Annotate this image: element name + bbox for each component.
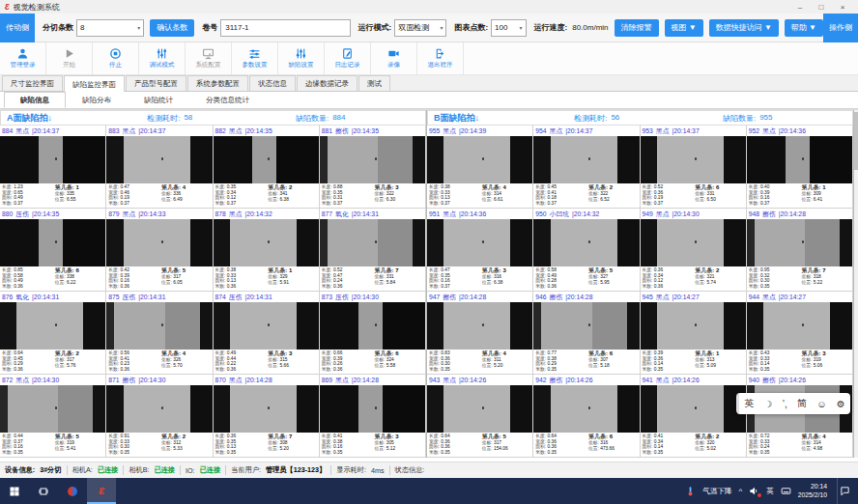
params-button[interactable]: 参数设置: [232, 42, 278, 74]
defect-image[interactable]: [427, 136, 532, 183]
task-view-icon[interactable]: [29, 478, 58, 504]
tab-4[interactable]: 状态信息: [249, 75, 296, 91]
defect-image[interactable]: [533, 136, 639, 183]
tray-expand-chevron[interactable]: ^: [738, 487, 742, 495]
defect-cell[interactable]: 876 氧化 |20:14:31 长度: 0.64 宽度: 0.45 面积: 0…: [0, 292, 106, 375]
defect-cell[interactable]: 884 黑点 |20:14:37 长度: 1.23 宽度: 0.65 面积: 0…: [0, 126, 106, 209]
scrollbar-thumb[interactable]: [854, 112, 858, 170]
defect-image[interactable]: [106, 219, 212, 266]
defect-image[interactable]: [320, 219, 425, 266]
defect-cell[interactable]: 882 黑点 |20:14:35 长度: 0.35 宽度: 0.34 面积: 0…: [214, 126, 320, 209]
start-button[interactable]: 开始: [46, 42, 93, 74]
speaker-icon[interactable]: [749, 486, 759, 496]
defect-cell[interactable]: 952 黑点 |20:14:36 长度: 0.40 宽度: 0.39 面积: 0…: [747, 126, 853, 209]
slit-count-select[interactable]: 8 ▾: [76, 19, 144, 37]
pinned-app-icon[interactable]: [58, 478, 87, 504]
debug-button[interactable]: 调试模式: [139, 42, 186, 74]
defect-image[interactable]: [641, 219, 746, 266]
defect-cell[interactable]: 873 压伤 |20:14:30 长度: 0.66 宽度: 0.39 面积: 0…: [320, 292, 426, 375]
defect-cell[interactable]: 955 黑点 |20:14:39 长度: 0.38 宽度: 0.33 面积: 0…: [427, 126, 533, 209]
defect-cell[interactable]: 874 压伤 |20:14:31 长度: 0.49 宽度: 0.44 面积: 0…: [214, 292, 320, 375]
defect-image[interactable]: [641, 302, 746, 350]
chart-points-select[interactable]: 100 ▾: [491, 19, 526, 37]
defect-cell[interactable]: 881 擦伤 |20:14:35 长度: 0.88 宽度: 0.35 面积: 0…: [320, 126, 426, 209]
detection-app-taskbar-icon[interactable]: ε: [87, 478, 116, 504]
defect-cell[interactable]: 943 黑点 |20:14:26 长度: 0.64 宽度: 0.36 面积: 0…: [427, 375, 533, 458]
defect-cell[interactable]: 869 黑点 |20:14:28 长度: 0.41 宽度: 0.38 面积: 0…: [320, 375, 426, 458]
weather-text[interactable]: 气温下降: [702, 487, 731, 496]
defect-cell[interactable]: 954 黑点 |20:14:37 长度: 0.45 宽度: 0.41 面积: 0…: [533, 126, 640, 209]
run-mode-select[interactable]: 双面检测 ▾: [394, 19, 446, 37]
ime-item-4[interactable]: ☺: [816, 399, 826, 409]
defect-cell[interactable]: 870 黑点 |20:14:28 长度: 0.36 宽度: 0.35 面积: 0…: [214, 375, 320, 458]
ime-toolbar[interactable]: 英☽’,简☺⚙: [736, 393, 850, 414]
ime-item-1[interactable]: ☽: [763, 399, 772, 409]
defect-cell[interactable]: 878 黑点 |20:14:32 长度: 0.38 宽度: 0.33 面积: 0…: [214, 209, 320, 292]
panel-b-title[interactable]: B面缺陷拍↓: [434, 112, 574, 125]
defect-image[interactable]: [0, 219, 105, 266]
ime-item-5[interactable]: ⚙: [837, 399, 845, 409]
defect-cell[interactable]: 879 黑点 |20:14:33 长度: 0.42 宽度: 0.39 面积: 0…: [106, 209, 213, 292]
defect-cell[interactable]: 941 黑点 |20:14:26 长度: 0.41 宽度: 0.34 面积: 0…: [641, 375, 747, 458]
maximize-button[interactable]: □: [811, 3, 832, 12]
defect-image[interactable]: [0, 302, 105, 350]
defect-image[interactable]: [0, 136, 105, 183]
defect-cell[interactable]: 871 擦伤 |20:14:30 长度: 0.91 宽度: 0.33 面积: 0…: [106, 375, 213, 458]
defect-image[interactable]: [427, 219, 532, 266]
defect-image[interactable]: [641, 136, 746, 183]
defect-image[interactable]: [106, 136, 212, 183]
exit-button[interactable]: 退出程序: [417, 42, 464, 74]
defect-image[interactable]: [747, 219, 852, 266]
defect-image[interactable]: [320, 385, 425, 433]
drive-side-button[interactable]: 传动侧: [0, 14, 35, 42]
defect-image[interactable]: [0, 385, 105, 433]
defect-cell[interactable]: 945 黑点 |20:14:27 长度: 0.39 宽度: 0.36 面积: 0…: [641, 292, 747, 375]
defect-image[interactable]: [214, 219, 319, 266]
defect-cell[interactable]: 940 擦伤 |20:14:26 长度: 0.72 宽度: 0.33 面积: 0…: [747, 375, 853, 458]
defect-image[interactable]: [533, 302, 639, 350]
defect-button[interactable]: 缺陷设置: [278, 42, 325, 74]
system-button[interactable]: 系统配置: [186, 42, 232, 74]
panel-a-title[interactable]: A面缺陷拍↓: [7, 112, 147, 125]
defect-image[interactable]: [533, 385, 639, 433]
defect-cell[interactable]: 950 小凹坑 |20:14:32 长度: 0.58 宽度: 0.49 面积: …: [533, 209, 640, 292]
defect-image[interactable]: [214, 385, 319, 433]
subtab-3[interactable]: 分类信息统计: [189, 92, 266, 108]
clear-alarm-button[interactable]: 清除报警: [615, 19, 659, 37]
login-button[interactable]: 管理登录: [0, 42, 46, 74]
tab-2[interactable]: 产品型号配置: [126, 75, 186, 91]
defect-cell[interactable]: 880 压伤 |20:14:35 长度: 0.85 宽度: 0.58 面积: 0…: [0, 209, 106, 292]
tab-1[interactable]: 缺陷监控界面: [64, 75, 125, 92]
defect-cell[interactable]: 948 擦伤 |20:14:28 长度: 0.95 宽度: 0.32 面积: 0…: [747, 209, 853, 292]
defect-cell[interactable]: 947 擦伤 |20:14:28 长度: 0.83 宽度: 0.36 面积: 0…: [427, 292, 533, 375]
action-center-icon[interactable]: [837, 478, 852, 504]
tab-3[interactable]: 系统参数配置: [187, 75, 248, 91]
defect-image[interactable]: [214, 302, 319, 350]
defect-image[interactable]: [747, 302, 852, 350]
defect-image[interactable]: [106, 302, 212, 350]
defect-image[interactable]: [533, 219, 639, 266]
record-button[interactable]: 录像: [371, 42, 417, 74]
defect-image[interactable]: [214, 136, 319, 183]
defect-cell[interactable]: 942 擦伤 |20:14:26 长度: 0.64 宽度: 0.36 面积: 0…: [533, 375, 640, 458]
defect-cell[interactable]: 953 黑点 |20:14:37 长度: 0.52 宽度: 0.36 面积: 0…: [641, 126, 747, 209]
ime-item-0[interactable]: 英: [744, 397, 754, 410]
start-button[interactable]: [0, 478, 29, 504]
defect-cell[interactable]: 949 黑点 |20:14:30 长度: 0.36 宽度: 0.34 面积: 0…: [641, 209, 747, 292]
subtab-0[interactable]: 缺陷信息: [4, 92, 66, 108]
defect-image[interactable]: [427, 385, 532, 433]
help-menu-button[interactable]: 帮助 ▼: [785, 19, 823, 37]
tab-6[interactable]: 测试: [358, 75, 390, 91]
confirm-count-button[interactable]: 确认条数: [150, 19, 194, 37]
tab-5[interactable]: 边缘数据记录: [297, 75, 358, 91]
subtab-2[interactable]: 缺陷统计: [128, 92, 189, 108]
defect-cell[interactable]: 872 黑点 |20:14:30 长度: 0.44 宽度: 0.37 面积: 0…: [0, 375, 106, 458]
defect-image[interactable]: [106, 385, 212, 433]
defect-cell[interactable]: 875 压伤 |20:14:31 长度: 0.56 宽度: 0.41 面积: 0…: [106, 292, 213, 375]
tab-0[interactable]: 尺寸监控界面: [2, 75, 63, 91]
clock[interactable]: 20:14 2025/2/10: [798, 483, 827, 499]
defect-image[interactable]: [641, 385, 746, 433]
ime-item-2[interactable]: ’,: [783, 399, 787, 409]
defect-image[interactable]: [320, 136, 425, 183]
log-button[interactable]: 日志记录: [325, 42, 371, 74]
